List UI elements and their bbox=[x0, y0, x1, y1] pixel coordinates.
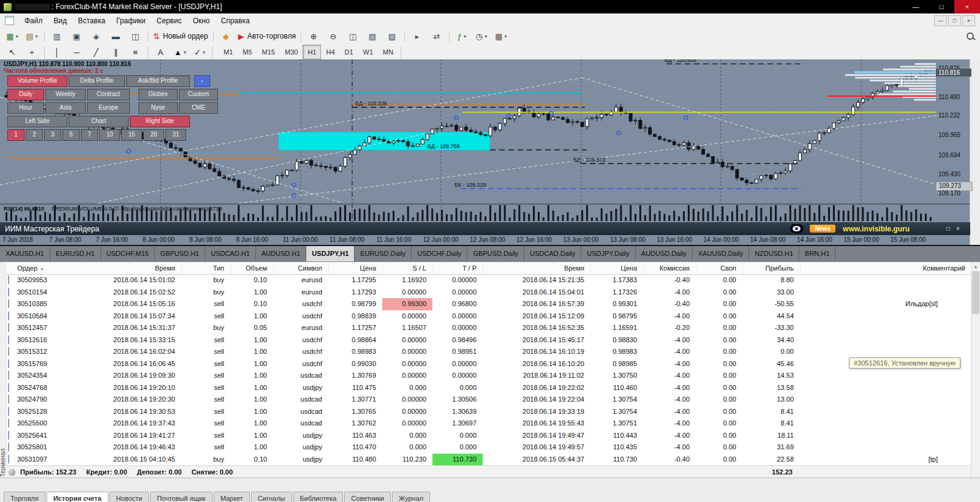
table-row[interactable]: 305124572018.06.14 15:31:37buy0.05eurusd… bbox=[6, 322, 971, 334]
chart-tab-gbpusd-daily[interactable]: GBPUSD,Daily bbox=[467, 246, 524, 261]
table-row[interactable]: 305099532018.06.14 15:01:02buy0.10eurusd… bbox=[6, 274, 971, 287]
new-order-button[interactable]: ⇅Новый ордер bbox=[151, 29, 211, 43]
text-tool-button[interactable]: A bbox=[151, 45, 170, 59]
chart-tab-audusd-daily[interactable]: AUDUSD,Daily bbox=[636, 246, 693, 261]
vertical-line-tool-button[interactable]: │ bbox=[47, 45, 67, 59]
chart-tab-eurusd-h1[interactable]: EURUSD,H1 bbox=[50, 246, 101, 261]
panel-button-chart[interactable]: Chart bbox=[69, 116, 129, 127]
panel-button-contract[interactable]: Contract bbox=[87, 89, 130, 100]
eye-icon[interactable] bbox=[790, 224, 804, 233]
panel-button-31[interactable]: 31 bbox=[165, 129, 186, 141]
terminal-tab-история-счета[interactable]: История счета bbox=[47, 492, 108, 502]
panel-button-5[interactable]: 5 bbox=[62, 129, 80, 141]
table-row[interactable]: 305103852018.06.14 15:05:16sell0.10usdch… bbox=[6, 298, 971, 310]
templates-button[interactable]: ▦▾ bbox=[491, 29, 511, 43]
terminal-tab-советники[interactable]: Советники bbox=[344, 492, 391, 502]
column-header-2[interactable]: Тип bbox=[181, 262, 230, 274]
column-header-12[interactable]: Прибыль bbox=[742, 262, 800, 274]
column-header-5[interactable]: Цена bbox=[328, 262, 382, 274]
chart-tab-usdjpy-daily[interactable]: USDJPY,Daily bbox=[581, 246, 636, 261]
cursor-tool-button[interactable]: ↖ bbox=[2, 45, 22, 59]
panel-button-weekly[interactable]: Weekly bbox=[45, 89, 86, 100]
column-header-8[interactable]: Время bbox=[483, 262, 590, 274]
navigator-button[interactable]: ◈ bbox=[86, 29, 106, 43]
panel-button-1[interactable]: 1 bbox=[7, 129, 24, 141]
column-header-10[interactable]: Комиссия bbox=[643, 262, 696, 274]
news-badge[interactable]: News bbox=[810, 225, 835, 233]
chart-tab-brn-h1[interactable]: BRN,H1 bbox=[799, 246, 835, 261]
table-row[interactable]: 305256412018.06.14 19:41:27sell1.00usdjp… bbox=[6, 430, 971, 442]
arrows-tool-button[interactable]: ✓▾ bbox=[190, 45, 209, 59]
market-watch-button[interactable]: ▥ bbox=[47, 29, 67, 43]
strategy-tester-button[interactable]: ◫ bbox=[126, 29, 145, 43]
table-row[interactable]: 305247902018.06.14 19:20:30sell1.00usdca… bbox=[6, 394, 971, 406]
panel-button-hour[interactable]: Hour bbox=[7, 102, 44, 114]
table-row[interactable]: 305243542018.06.14 19:09:30sell1.00usdca… bbox=[6, 370, 971, 382]
time-axis[interactable]: 7 Jun 20187 Jun 08:007 Jun 16:008 Jun 00… bbox=[0, 235, 970, 245]
menu-item-вид[interactable]: Вид bbox=[48, 15, 73, 27]
menu-item-файл[interactable]: Файл bbox=[19, 15, 48, 27]
chart-shift-button[interactable]: ⇄ bbox=[427, 29, 447, 43]
chart-tab-usdchf-m15[interactable]: USDCHF,M15 bbox=[101, 246, 155, 261]
panel-button-20[interactable]: 20 bbox=[143, 129, 164, 141]
cascade-windows-button[interactable]: ▧ bbox=[363, 29, 382, 43]
horizontal-line-tool-button[interactable]: ─ bbox=[67, 45, 86, 59]
new-chart-button[interactable]: ▦▾ bbox=[2, 29, 22, 43]
mdi-minimize-button[interactable]: — bbox=[934, 15, 947, 26]
timeframe-m15[interactable]: M15 bbox=[257, 45, 280, 59]
menu-item-справка[interactable]: Справка bbox=[216, 15, 255, 27]
timeframe-mn[interactable]: MN bbox=[378, 45, 398, 59]
terminal-scrollbar[interactable]: ▲ bbox=[971, 262, 980, 478]
table-row[interactable]: 305101542018.06.14 15:02:52buy1.00eurusd… bbox=[6, 287, 971, 299]
terminal-tab-библиотека[interactable]: Библиотека bbox=[293, 492, 344, 502]
banner-restore-button[interactable]: □ bbox=[943, 225, 953, 232]
terminal-tab-торговля[interactable]: Торговля bbox=[4, 492, 45, 502]
autotrading-button[interactable]: ▶Авто-торговля bbox=[236, 29, 298, 43]
timeframe-h4[interactable]: H4 bbox=[321, 45, 339, 59]
panel-button-custom[interactable]: Custom bbox=[179, 89, 218, 100]
scroll-up-icon[interactable]: ▲ bbox=[971, 262, 980, 271]
timeframe-h1[interactable]: H1 bbox=[303, 45, 321, 59]
timeframe-d1[interactable]: D1 bbox=[340, 45, 358, 59]
table-row[interactable]: 305255002018.06.14 19:37:43sell1.00usdca… bbox=[6, 418, 971, 430]
autoscroll-button[interactable]: ▸ bbox=[407, 29, 427, 43]
zoom-out-button[interactable]: ⊖ bbox=[323, 29, 343, 43]
chart-tab-nzdusd-h1[interactable]: NZDUSD,H1 bbox=[749, 246, 799, 261]
timeframe-w1[interactable]: W1 bbox=[358, 45, 379, 59]
column-header-13[interactable]: Комментарий bbox=[800, 262, 971, 274]
table-row[interactable]: 305310972018.06.15 04:10:45buy0.10usdjpy… bbox=[6, 454, 971, 466]
column-header-1[interactable]: Время bbox=[72, 262, 181, 274]
zoom-in-button[interactable]: ⊕ bbox=[304, 29, 323, 43]
menu-item-графики[interactable]: Графики bbox=[111, 15, 151, 27]
menu-item-вставка[interactable]: Вставка bbox=[72, 15, 111, 27]
terminal-panel-button[interactable]: ▬ bbox=[106, 29, 126, 43]
chart-tab-audusd-h1[interactable]: AUDUSD,H1 bbox=[256, 246, 307, 261]
column-header-6[interactable]: S / L bbox=[382, 262, 432, 274]
column-header-4[interactable]: Символ bbox=[273, 262, 328, 274]
banner-link[interactable]: www.invisible.guru bbox=[843, 225, 910, 233]
terminal-tab-сигналы[interactable]: Сигналы bbox=[251, 492, 292, 502]
search-icon[interactable] bbox=[967, 32, 974, 40]
chart-tab-xauusd-daily[interactable]: XAUUSD,Daily bbox=[693, 246, 749, 261]
chart-tab-gbpusd-h1[interactable]: GBPUSD,H1 bbox=[155, 246, 206, 261]
panel-button-7[interactable]: 7 bbox=[81, 129, 98, 141]
timeframe-m1[interactable]: M1 bbox=[219, 45, 238, 59]
periods-button[interactable]: ◷▾ bbox=[472, 29, 491, 43]
terminal-tab-новости[interactable]: Новости bbox=[110, 492, 149, 502]
minimize-button[interactable]: — bbox=[903, 0, 929, 13]
chart-tab-usdchf-daily[interactable]: USDCHF,Daily bbox=[412, 246, 467, 261]
chart-tab-usdjpy-h1[interactable]: USDJPY,H1 bbox=[306, 246, 355, 261]
fibonacci-tool-button[interactable]: ≡ bbox=[126, 45, 145, 59]
terminal-tab-почтовый-ящик[interactable]: Почтовый ящик bbox=[150, 492, 212, 502]
chart-tab-usdcad-daily[interactable]: USDCAD,Daily bbox=[524, 246, 581, 261]
profiles-button[interactable]: ▤▾ bbox=[22, 29, 42, 43]
column-header-3[interactable]: Объем bbox=[230, 262, 273, 274]
table-row[interactable]: 305258012018.06.14 19:46:43sell1.00usdjp… bbox=[6, 441, 971, 454]
table-row[interactable]: 305153122018.06.14 16:02:04sell1.00usdch… bbox=[6, 346, 971, 358]
panel-button-cme[interactable]: CME bbox=[179, 102, 218, 114]
chart-tab-eurusd-daily[interactable]: EURUSD,Daily bbox=[355, 246, 412, 261]
crosshair-tool-button[interactable]: + bbox=[22, 45, 42, 59]
chart-tab-xauusd-h1[interactable]: XAUUSD,H1 bbox=[0, 246, 50, 261]
mdi-close-button[interactable]: × bbox=[962, 15, 975, 26]
mdi-restore-button[interactable]: □ bbox=[948, 15, 961, 26]
